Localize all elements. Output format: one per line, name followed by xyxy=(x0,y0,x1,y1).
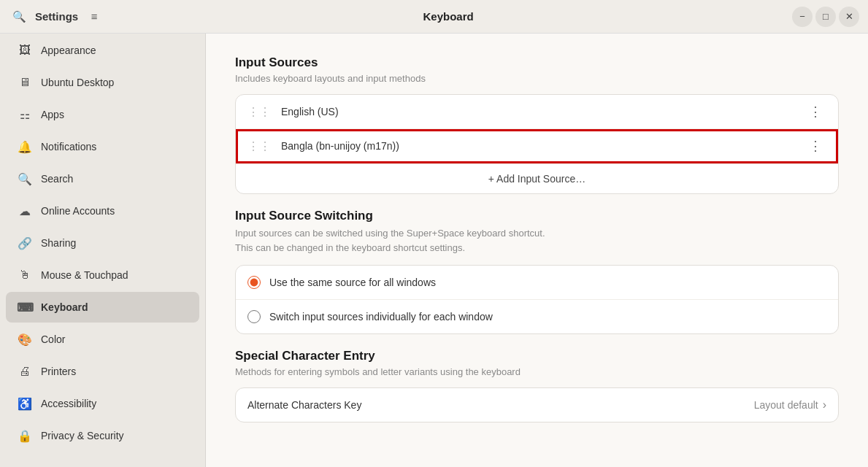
close-button[interactable]: ✕ xyxy=(839,7,859,27)
input-switching-section: Input Source Switching Input sources can… xyxy=(235,209,839,334)
more-button-bangla[interactable]: ⋮ xyxy=(804,138,826,154)
input-sources-subtitle: Includes keyboard layouts and input meth… xyxy=(235,73,839,84)
sharing-icon: 🔗 xyxy=(18,236,32,250)
printers-icon: 🖨 xyxy=(18,364,32,379)
input-sources-title: Input Sources xyxy=(235,55,839,70)
more-button-english[interactable]: ⋮ xyxy=(804,104,826,120)
source-label-bangla: Bangla (bn-unijoy (m17n)) xyxy=(281,140,797,152)
sidebar-item-privacy-security[interactable]: 🔒 Privacy & Security xyxy=(6,420,199,451)
chevron-right-icon: › xyxy=(823,398,826,412)
drag-handle-english[interactable]: ⋮⋮ xyxy=(247,105,271,119)
sidebar-item-sharing[interactable]: 🔗 Sharing xyxy=(6,228,199,258)
input-switching-desc: Input sources can be switched using the … xyxy=(235,226,839,255)
input-sources-card: ⋮⋮ English (US) ⋮ ⋮⋮ Bangla (bn-unijoy (… xyxy=(235,94,839,194)
color-icon: 🎨 xyxy=(18,332,32,347)
alt-char-key-label: Alternate Characters Key xyxy=(247,399,361,411)
radio-row-individual-source[interactable]: Switch input sources individually for ea… xyxy=(236,300,838,333)
input-sources-section: Input Sources Includes keyboard layouts … xyxy=(235,55,839,194)
alt-char-key-value[interactable]: Layout default › xyxy=(754,398,826,412)
radio-label-individual-source: Switch input sources individually for ea… xyxy=(269,311,493,323)
sidebar-item-appearance[interactable]: 🖼 Appearance xyxy=(6,35,199,66)
titlebar-controls: − □ ✕ xyxy=(792,7,859,27)
sidebar-label-notifications: Notifications xyxy=(41,141,96,153)
sidebar-label-ubuntu-desktop: Ubuntu Desktop xyxy=(41,77,114,88)
accessibility-icon: ♿ xyxy=(18,396,32,411)
radio-same-source[interactable] xyxy=(247,276,261,289)
input-source-row-bangla[interactable]: ⋮⋮ Bangla (bn-unijoy (m17n)) ⋮ xyxy=(236,129,838,163)
settings-title: Settings xyxy=(35,10,78,23)
search-icon: 🔍 xyxy=(18,171,32,186)
sidebar-item-ubuntu-desktop[interactable]: 🖥 Ubuntu Desktop xyxy=(6,67,199,98)
keyboard-icon: ⌨ xyxy=(18,300,32,314)
special-char-row-alt-key[interactable]: Alternate Characters Key Layout default … xyxy=(236,388,838,422)
sidebar-label-online-accounts: Online Accounts xyxy=(41,205,115,217)
sidebar-item-notifications[interactable]: 🔔 Notifications xyxy=(6,131,199,162)
alt-char-key-value-text: Layout default xyxy=(754,399,818,411)
maximize-button[interactable]: □ xyxy=(815,7,836,27)
sidebar-item-keyboard[interactable]: ⌨ Keyboard xyxy=(6,292,199,323)
special-char-subtitle: Methods for entering symbols and letter … xyxy=(235,366,839,377)
titlebar-menu-icon[interactable]: ≡ xyxy=(84,7,104,27)
radio-row-same-source[interactable]: Use the same source for all windows xyxy=(236,266,838,300)
sidebar-label-color: Color xyxy=(41,333,65,345)
minimize-button[interactable]: − xyxy=(792,7,813,27)
privacy-security-icon: 🔒 xyxy=(18,428,32,443)
sidebar-label-accessibility: Accessibility xyxy=(41,398,96,409)
radio-label-same-source: Use the same source for all windows xyxy=(269,277,436,288)
input-switching-card: Use the same source for all windows Swit… xyxy=(235,265,839,334)
sidebar-item-search[interactable]: 🔍 Search xyxy=(6,163,199,194)
sidebar-item-color[interactable]: 🎨 Color xyxy=(6,324,199,355)
special-char-title: Special Character Entry xyxy=(235,349,839,363)
sidebar-label-keyboard: Keyboard xyxy=(41,301,88,313)
appearance-icon: 🖼 xyxy=(18,43,32,58)
sidebar-label-mouse-touchpad: Mouse & Touchpad xyxy=(41,269,128,281)
sidebar-item-apps[interactable]: ⚏ Apps xyxy=(6,99,199,130)
titlebar-left: 🔍 Settings ≡ xyxy=(9,7,104,27)
sidebar-label-sharing: Sharing xyxy=(41,237,76,249)
mouse-touchpad-icon: 🖱 xyxy=(18,268,32,282)
input-source-row-english[interactable]: ⋮⋮ English (US) ⋮ xyxy=(236,95,838,129)
sidebar-label-apps: Apps xyxy=(41,109,64,120)
apps-icon: ⚏ xyxy=(18,107,32,122)
notifications-icon: 🔔 xyxy=(18,139,32,154)
sidebar-label-privacy-security: Privacy & Security xyxy=(41,430,124,441)
main-layout: 🖼 Appearance 🖥 Ubuntu Desktop ⚏ Apps 🔔 N… xyxy=(0,34,868,467)
titlebar-title: Keyboard xyxy=(423,10,474,23)
sidebar-item-printers[interactable]: 🖨 Printers xyxy=(6,356,199,387)
sidebar-item-online-accounts[interactable]: ☁ Online Accounts xyxy=(6,196,199,226)
titlebar-search-icon[interactable]: 🔍 xyxy=(9,7,29,27)
online-accounts-icon: ☁ xyxy=(18,204,32,218)
add-input-source-button[interactable]: + Add Input Source… xyxy=(236,163,838,193)
ubuntu-desktop-icon: 🖥 xyxy=(18,75,32,90)
special-char-card: Alternate Characters Key Layout default … xyxy=(235,387,839,422)
sidebar-label-appearance: Appearance xyxy=(41,45,96,56)
sidebar-label-search: Search xyxy=(41,173,73,185)
sidebar-item-mouse-touchpad[interactable]: 🖱 Mouse & Touchpad xyxy=(6,260,199,290)
titlebar: 🔍 Settings ≡ Keyboard − □ ✕ xyxy=(0,0,868,34)
radio-individual-source[interactable] xyxy=(247,310,261,323)
content-area: Input Sources Includes keyboard layouts … xyxy=(206,34,868,467)
sidebar: 🖼 Appearance 🖥 Ubuntu Desktop ⚏ Apps 🔔 N… xyxy=(0,34,206,467)
sidebar-item-accessibility[interactable]: ♿ Accessibility xyxy=(6,388,199,419)
add-source-label: + Add Input Source… xyxy=(488,173,585,185)
source-label-english: English (US) xyxy=(281,106,797,117)
special-char-section: Special Character Entry Methods for ente… xyxy=(235,349,839,422)
input-switching-title: Input Source Switching xyxy=(235,209,839,223)
drag-handle-bangla[interactable]: ⋮⋮ xyxy=(247,139,271,153)
sidebar-label-printers: Printers xyxy=(41,366,76,377)
